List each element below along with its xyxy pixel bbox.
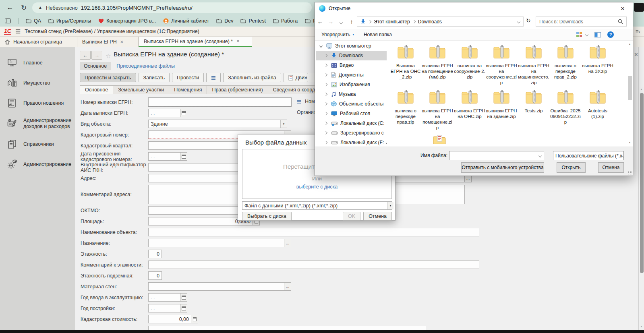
dialog-forward-icon[interactable]: → xyxy=(325,18,336,25)
tools-menu-icon[interactable]: ≡▾ xyxy=(636,28,640,34)
calendar-button[interactable] xyxy=(180,152,187,161)
chevron-collapsed-icon[interactable] xyxy=(323,122,329,124)
modal-cancel-button[interactable]: Отмена xyxy=(363,212,392,221)
tree-item[interactable]: Документы xyxy=(316,70,387,80)
favorite-star-icon[interactable]: ☆ xyxy=(106,52,111,60)
send-from-mobile-button[interactable]: Отправить с мобильного устройства xyxy=(461,162,544,173)
file-item[interactable]: выписка о переходе прав_2.zip xyxy=(550,43,581,80)
bookmark-item[interactable]: Работа xyxy=(273,18,298,24)
field-input[interactable]: . . xyxy=(148,152,180,161)
chevron-collapsed-icon[interactable] xyxy=(323,112,329,115)
dialog-back-icon[interactable]: ← xyxy=(315,18,325,25)
page-scrollbar[interactable]: ▲ ▼ xyxy=(640,87,644,330)
form-tab[interactable]: Права (обременения) xyxy=(207,85,268,94)
ok-button[interactable]: OK xyxy=(343,212,360,221)
field-input[interactable]: . . xyxy=(148,293,180,302)
field-input[interactable] xyxy=(148,326,426,330)
calculator-button[interactable] xyxy=(191,315,198,323)
help-icon[interactable]: ? xyxy=(607,31,614,38)
history-chevron-icon[interactable] xyxy=(336,18,346,25)
organize-button[interactable]: Упорядочить▾ xyxy=(321,32,354,37)
search-icon[interactable] xyxy=(618,19,623,24)
tree-item[interactable]: Зарезервировано с xyxy=(316,128,387,138)
field-input[interactable] xyxy=(148,239,284,247)
calendar-button[interactable] xyxy=(180,109,187,117)
field-input[interactable]: 0,00 xyxy=(148,315,191,323)
sidebar-item[interactable]: Администрирование доходов и расходов xyxy=(0,113,75,134)
tab-close-icon[interactable]: ✕ xyxy=(120,39,124,45)
scrollbar-thumb[interactable] xyxy=(640,93,644,273)
file-filter-select[interactable]: Файл с данными (*.xml,*.zip) (*.xml;*.zi… xyxy=(242,201,392,210)
address-breadcrumb[interactable]: Этот компьютерDownloads xyxy=(357,17,524,27)
menu-icon[interactable]: ☰ xyxy=(15,28,21,35)
choose-from-disk-link[interactable]: выберите с диска xyxy=(296,184,338,190)
bookmark-item[interactable]: Dev xyxy=(216,18,233,24)
form-forward-button[interactable]: → xyxy=(91,51,102,60)
file-item[interactable]: Ошибка_20250909152232.zip xyxy=(550,89,581,125)
tab-close-icon[interactable]: ✕ xyxy=(236,39,240,44)
tree-item[interactable]: Видео xyxy=(316,60,387,70)
file-item[interactable]: выписка ЕГРН на машиноместо.zip xyxy=(518,43,549,85)
file-item[interactable]: Tests.zip xyxy=(518,89,549,114)
scroll-up-icon[interactable]: ▲ xyxy=(640,88,643,91)
address-bar[interactable]: ▲ Небезопасно 192.168.3.105/PropMNGMNT_P… xyxy=(32,2,312,13)
chevron-right-icon[interactable] xyxy=(412,20,415,23)
chevron-collapsed-icon[interactable] xyxy=(323,83,329,86)
command-button[interactable]: Провести и закрыть xyxy=(80,73,136,82)
sidebar-item[interactable]: Администрирование xyxy=(0,154,75,174)
tree-item[interactable]: Локальный диск (F: xyxy=(316,138,387,147)
chevron-down-icon[interactable] xyxy=(538,154,542,157)
bookmark-item[interactable]: QA xyxy=(26,18,41,24)
search-input[interactable]: Поиск в: Downloads xyxy=(536,17,627,27)
tree-item[interactable]: Этот компьютер xyxy=(316,41,387,51)
chevron-expanded-icon[interactable] xyxy=(318,45,324,47)
chevron-collapsed-icon[interactable] xyxy=(323,64,329,66)
filename-input[interactable] xyxy=(449,151,544,160)
tree-item[interactable]: Downloads xyxy=(316,51,387,60)
field-input[interactable] xyxy=(148,261,479,269)
scroll-up-icon[interactable]: ▲ xyxy=(628,43,631,46)
scroll-down-icon[interactable]: ▼ xyxy=(628,141,631,144)
nav-main-chip[interactable]: Основное xyxy=(80,62,111,70)
browser-reload-icon[interactable]: ↻ xyxy=(19,3,29,12)
preview-pane-icon[interactable] xyxy=(594,32,601,37)
file-item[interactable]: Autotests (1).zip xyxy=(582,89,613,119)
sidebar-item[interactable]: Правоотношения xyxy=(0,93,75,113)
calendar-button[interactable] xyxy=(180,293,187,302)
choose-button[interactable]: ... xyxy=(284,282,291,291)
sidebar-item[interactable]: Главное xyxy=(0,53,75,73)
chevron-down-icon[interactable]: ▾ xyxy=(387,202,393,209)
dialog-cancel-button[interactable]: Отмена xyxy=(598,162,624,173)
chevron-collapsed-icon[interactable] xyxy=(323,141,329,144)
chevron-collapsed-icon[interactable] xyxy=(323,132,329,134)
file-item[interactable]: выписка ЕГРН на помещение.zip xyxy=(422,89,453,130)
bookmark-item[interactable]: Игры/Сериалы xyxy=(48,18,91,24)
browser-back-icon[interactable]: ← xyxy=(5,3,15,12)
field-select[interactable]: Здание▾ xyxy=(148,120,287,128)
sidebar-item[interactable]: Имущество xyxy=(0,73,75,93)
field-input[interactable] xyxy=(148,228,479,236)
side-panel-icon[interactable] xyxy=(5,19,11,23)
choose-from-disk-button[interactable]: Выбрать с диска xyxy=(242,212,292,221)
chevron-collapsed-icon[interactable] xyxy=(323,93,329,95)
command-button[interactable] xyxy=(206,73,221,82)
scroll-down-icon[interactable]: ▼ xyxy=(640,325,643,328)
file-item[interactable]: Выписка ЕГРН на ОНС _2.zip xyxy=(390,43,421,80)
tree-item[interactable]: Объемные объекты xyxy=(316,99,387,109)
file-item[interactable]: выписки ЕГРН на здание.zip xyxy=(486,89,517,119)
chevron-collapsed-icon[interactable] xyxy=(323,54,329,57)
breadcrumb-item[interactable]: Downloads xyxy=(418,19,442,25)
view-mode-icon[interactable] xyxy=(576,32,588,37)
chevron-collapsed-icon[interactable] xyxy=(323,103,329,105)
app-tab[interactable]: Выписки ЕГРН✕ xyxy=(77,37,139,47)
dialog-up-icon[interactable]: ↑ xyxy=(346,18,357,25)
tree-item[interactable]: Локальный диск (C: xyxy=(316,118,387,128)
field-input[interactable]: 0 xyxy=(148,250,162,258)
browser-extension-icon[interactable] xyxy=(634,3,644,12)
files-scrollbar[interactable]: ▲ ▼ xyxy=(627,41,633,147)
tree-item[interactable]: Музыка xyxy=(316,89,387,99)
form-tab[interactable]: Помещения xyxy=(169,85,207,94)
form-tab[interactable]: Земельные участки xyxy=(113,85,169,94)
calendar-button[interactable] xyxy=(180,304,187,312)
field-input[interactable] xyxy=(148,282,284,291)
